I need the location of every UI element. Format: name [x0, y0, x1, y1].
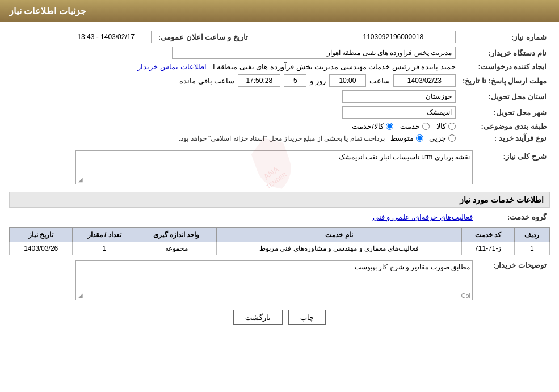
th-tarikh: تاریخ نیاز [10, 228, 73, 242]
sharh-value-cell: ANA TENDER نقشه برداری utm تاسیسات انبار… [9, 149, 476, 186]
tarikh-pasokh-input[interactable] [393, 74, 456, 87]
tabaqe-radios: کالا خدمت کالا/خدمت [9, 120, 459, 132]
cell-radif: 1 [514, 242, 549, 255]
tarikh-label: تاریخ و ساعت اعلان عمومی: [155, 29, 251, 45]
shomareNiaz-value [263, 29, 459, 45]
mohlatErsal-values: ساعت روز و ساعت باقی مانده [9, 73, 459, 88]
goroheKhedmat-link[interactable]: فعالیت‌های حرفه‌ای، علمی و فنی [373, 213, 473, 221]
radio-jezee[interactable]: جزیی [429, 134, 456, 142]
page-title: جزئیات اطلاعات نیاز [9, 6, 86, 16]
shahr-input[interactable] [342, 106, 456, 119]
ostan-input[interactable] [342, 90, 456, 103]
resize-handle[interactable]: ◢ [77, 177, 83, 183]
goroheKhedmat-label: گروه خدمت: [476, 211, 550, 223]
tosih-resize-handle[interactable]: ◢ [77, 293, 83, 298]
services-section-title: اطلاعات خدمات مورد نیاز [9, 192, 550, 208]
radio-motavasset[interactable]: متوسط [390, 134, 423, 142]
main-form: شماره نیاز: تاریخ و ساعت اعلان عمومی: نا… [9, 29, 550, 144]
tarikh-input[interactable] [61, 31, 152, 43]
shahr-value [9, 104, 459, 120]
services-table: ردیف کد خدمت نام خدمت واحد اندازه گیری ت… [9, 227, 550, 255]
goroheKhedmat-form: گروه خدمت: فعالیت‌های حرفه‌ای، علمی و فن… [9, 211, 550, 223]
noeFarayand-values: جزیی متوسط پرداخت تمام یا بخشی از مبلغ خ… [9, 132, 459, 144]
cell-tedad: 1 [73, 242, 136, 255]
back-button[interactable]: بازگشت [233, 310, 283, 325]
cell-kodKhedmat: ز-71-711 [461, 242, 514, 255]
page-header: جزئیات اطلاعات نیاز [0, 0, 559, 22]
tarikh-value [9, 29, 155, 45]
sharh-section: شرح کلی نیاز: ANA TENDER نقشه برداری utm… [9, 149, 550, 186]
svg-text:TENDER: TENDER [265, 171, 288, 190]
cell-vahed: مجموعه [136, 242, 217, 255]
tosih-section: توصیحات خریدار: مطابق صورت مقادیر و شرح … [9, 259, 550, 302]
mande-label: ساعت باقی مانده [179, 77, 234, 85]
radio-khedmat[interactable]: خدمت [400, 122, 430, 130]
th-kod: کد خدمت [461, 228, 514, 242]
rooz-label: روز و [310, 77, 326, 85]
eijad-label: ایجاد کننده درخواست: [459, 61, 550, 73]
saat-label: ساعت [369, 77, 390, 85]
namDastgah-input[interactable] [172, 47, 456, 59]
noeFarayand-label: نوع فرآیند خرید : [459, 132, 550, 144]
cell-tarikh: 1403/03/26 [10, 242, 73, 255]
sharh-text: نقشه برداری utm تاسیسات انبار نفت اندیمش… [339, 153, 470, 161]
tosihKhridar-label: توصیحات خریدار: [476, 259, 550, 302]
button-row: چاپ بازگشت [9, 310, 550, 325]
cell-namKhedmat: فعالیت‌های معماری و مهندسی و مشاوره‌های … [217, 242, 461, 255]
ostan-value [9, 88, 459, 104]
ostan-label: استان محل تحویل: [459, 88, 550, 104]
table-row: 1ز-71-711فعالیت‌های معماری و مهندسی و مش… [10, 242, 550, 255]
eijad-text: حمید پاینده فر رئیس خدمات مهندسی مدیریت … [213, 62, 456, 71]
col-label: Col [461, 292, 470, 299]
namDastgah-label: نام دستگاه خریدار: [459, 45, 550, 61]
namDastgah-value [9, 45, 459, 61]
print-button[interactable]: چاپ [288, 310, 326, 325]
th-vahed: واحد اندازه گیری [136, 228, 217, 242]
rooz-input[interactable] [284, 74, 306, 87]
mande-input[interactable] [238, 74, 280, 87]
goroheKhedmat-value: فعالیت‌های حرفه‌ای، علمی و فنی [9, 211, 476, 223]
svg-text:ANA: ANA [262, 165, 280, 182]
eijad-link[interactable]: اطلاعات تماس خریدار [137, 62, 206, 71]
radio-kala-khedmat[interactable]: کالا/خدمت [352, 122, 393, 130]
th-nam: نام خدمت [217, 228, 461, 242]
shomareNiaz-input[interactable] [331, 31, 456, 43]
saat-input[interactable] [329, 74, 366, 87]
tosih-text: مطابق صورت مقادیر و شرح کار بپیوست [355, 263, 470, 271]
tosih-value-cell: مطابق صورت مقادیر و شرح کار بپیوست ◢ Col [9, 259, 476, 302]
purchase-desc: پرداخت تمام یا بخشی از مبلغ خریداز محل "… [179, 134, 385, 142]
sharh-label: شرح کلی نیاز: [476, 149, 550, 186]
shomareNiaz-label: شماره نیاز: [459, 29, 550, 45]
radio-kala[interactable]: کالا [436, 122, 456, 130]
shahr-label: شهر محل تحویل: [459, 104, 550, 120]
eijad-value: حمید پاینده فر رئیس خدمات مهندسی مدیریت … [9, 61, 459, 73]
mohlatErsal-label: مهلت ارسال پاسخ: تا تاریخ: [459, 73, 550, 88]
th-radif: ردیف [514, 228, 549, 242]
th-tedad: تعداد / مقدار [73, 228, 136, 242]
tabaqe-label: طبقه بندی موضوعی: [459, 120, 550, 132]
